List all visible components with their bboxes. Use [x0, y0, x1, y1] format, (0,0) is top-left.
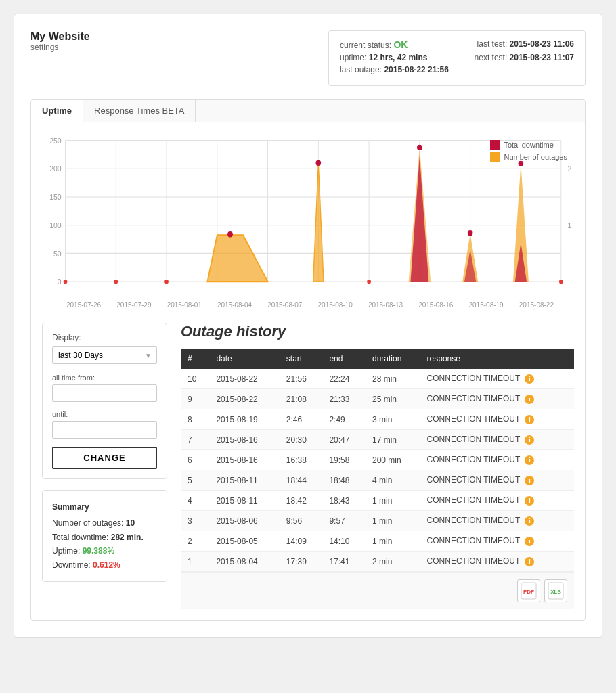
- all-time-from-input[interactable]: [52, 384, 157, 402]
- cell-end: 18:43: [322, 491, 366, 511]
- summary-outages-label: Number of outages:: [52, 518, 123, 528]
- table-row: 8 2015-08-19 2:46 2:49 3 min CONNECTION …: [181, 409, 574, 430]
- tab-response-times[interactable]: Response Times BETA: [83, 100, 196, 122]
- info-icon[interactable]: i: [525, 537, 534, 546]
- svg-point-27: [164, 280, 169, 284]
- pdf-icon: PDF: [521, 582, 537, 600]
- legend-total-downtime: Total downtime: [490, 140, 567, 150]
- cell-response: CONNECTION TIMEOUT i: [420, 430, 574, 450]
- cell-start: 21:56: [280, 369, 323, 389]
- display-select[interactable]: last 30 Days last 7 Days last 60 Days la…: [52, 346, 157, 364]
- info-icon[interactable]: i: [525, 395, 534, 404]
- tab-uptime[interactable]: Uptime: [31, 100, 83, 122]
- last-test-cell: last test: 2015-08-23 11:06: [477, 39, 574, 50]
- table-row: 4 2015-08-11 18:42 18:43 1 min CONNECTIO…: [181, 491, 574, 511]
- x-label-1: 2015-07-29: [116, 301, 151, 309]
- tab-content-uptime: Total downtime Number of outages: [31, 122, 585, 620]
- cell-num: 4: [181, 491, 209, 511]
- last-outage-label: last outage:: [340, 65, 382, 74]
- cell-end: 18:48: [322, 470, 366, 491]
- legend-outages-color: [490, 152, 500, 162]
- site-info: My Website settings: [30, 30, 90, 52]
- xls-export-button[interactable]: XLS: [544, 579, 567, 602]
- uptime-cell: uptime: 12 hrs, 42 mins: [340, 53, 427, 62]
- summary-downtime-value: 282 min.: [111, 533, 144, 542]
- outage-history-title: Outage history: [181, 323, 574, 340]
- svg-text:XLS: XLS: [550, 589, 561, 595]
- info-icon[interactable]: i: [525, 557, 534, 566]
- cell-end: 2:49: [322, 409, 366, 430]
- cell-start: 14:09: [280, 531, 323, 552]
- info-icon[interactable]: i: [525, 496, 534, 506]
- cell-duration: 28 min: [366, 369, 420, 389]
- svg-text:2: 2: [567, 164, 571, 173]
- cell-date: 2015-08-16: [209, 450, 279, 470]
- x-label-4: 2015-08-07: [267, 301, 302, 309]
- cell-end: 9:57: [322, 511, 366, 531]
- cell-num: 8: [181, 409, 209, 430]
- cell-duration: 3 min: [366, 409, 420, 430]
- summary-uptime: Uptime: 99.388%: [52, 544, 157, 558]
- cell-duration: 1 min: [366, 491, 420, 511]
- info-icon[interactable]: i: [525, 435, 534, 445]
- info-icon[interactable]: i: [525, 415, 534, 424]
- change-button[interactable]: CHANGE: [52, 447, 157, 469]
- x-label-3: 2015-08-04: [217, 301, 252, 309]
- cell-end: 14:10: [322, 531, 366, 552]
- next-test-cell: next test: 2015-08-23 11:07: [475, 53, 574, 62]
- last-test-label: last test:: [477, 39, 508, 49]
- xls-icon: XLS: [548, 582, 564, 600]
- x-label-9: 2015-08-22: [519, 301, 554, 309]
- info-icon[interactable]: i: [525, 476, 534, 485]
- x-label-0: 2015-07-26: [66, 301, 101, 309]
- cell-date: 2015-08-16: [209, 430, 279, 450]
- cell-date: 2015-08-22: [209, 369, 279, 389]
- svg-text:200: 200: [49, 164, 62, 173]
- x-label-8: 2015-08-19: [469, 301, 504, 309]
- chart-legend: Total downtime Number of outages: [490, 140, 567, 164]
- current-status-label: current status:: [340, 41, 391, 50]
- col-header-response: response: [420, 349, 574, 369]
- chart-area: Total downtime Number of outages: [42, 133, 574, 309]
- cell-duration: 1 min: [366, 511, 420, 531]
- until-label: until:: [52, 410, 157, 418]
- col-header-date: date: [209, 349, 279, 369]
- svg-point-43: [367, 280, 371, 284]
- legend-num-outages: Number of outages: [490, 152, 567, 162]
- until-input[interactable]: [52, 421, 157, 439]
- header-section: My Website settings current status: OK l…: [30, 30, 586, 86]
- info-icon[interactable]: i: [525, 516, 534, 526]
- status-outage-row: last outage: 2015-08-22 21:56: [340, 65, 574, 74]
- current-status-value: OK: [393, 39, 408, 50]
- summary-outages: Number of outages: 10: [52, 516, 157, 530]
- cell-num: 9: [181, 389, 209, 409]
- cell-num: 5: [181, 470, 209, 491]
- settings-link[interactable]: settings: [30, 43, 90, 52]
- display-label: Display:: [52, 333, 157, 342]
- cell-date: 2015-08-06: [209, 511, 279, 531]
- cell-num: 6: [181, 450, 209, 470]
- site-title: My Website: [30, 30, 90, 43]
- info-icon[interactable]: i: [525, 455, 534, 465]
- cell-date: 2015-08-11: [209, 470, 279, 491]
- table-row: 10 2015-08-22 21:56 22:24 28 min CONNECT…: [181, 369, 574, 389]
- legend-downtime-label: Total downtime: [504, 141, 553, 149]
- svg-text:PDF: PDF: [523, 589, 534, 595]
- cell-date: 2015-08-11: [209, 491, 279, 511]
- cell-date: 2015-08-19: [209, 409, 279, 430]
- last-test-value: 2015-08-23 11:06: [510, 39, 574, 49]
- cell-num: 7: [181, 430, 209, 450]
- cell-response: CONNECTION TIMEOUT i: [420, 369, 574, 389]
- summary-outages-value: 10: [126, 518, 135, 528]
- next-test-label: next test:: [475, 53, 508, 62]
- info-icon[interactable]: i: [525, 374, 534, 384]
- cell-start: 20:30: [280, 430, 323, 450]
- svg-marker-31: [313, 164, 324, 282]
- pdf-export-button[interactable]: PDF: [517, 579, 540, 602]
- col-header-num: #: [181, 349, 209, 369]
- status-uptime-row: uptime: 12 hrs, 42 mins next test: 2015-…: [340, 53, 574, 62]
- summary-downtime-pct: Downtime: 0.612%: [52, 558, 157, 572]
- tabs-section: Uptime Response Times BETA Total downtim…: [30, 99, 586, 621]
- cell-duration: 2 min: [366, 552, 420, 572]
- right-panel: Outage history # date start end duration…: [181, 323, 574, 609]
